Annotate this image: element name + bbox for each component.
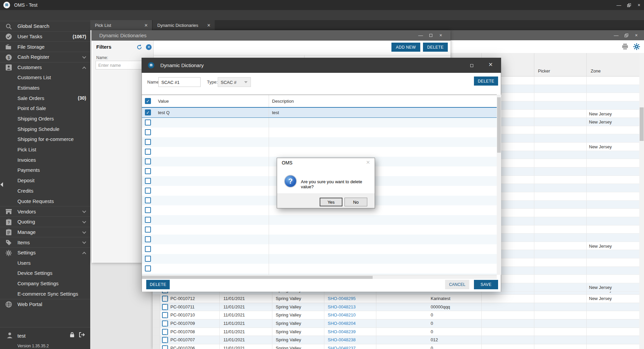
sidebar-item[interactable]: Pick List <box>0 144 90 155</box>
empty-row[interactable] <box>142 215 497 225</box>
sidebar-item[interactable]: Device Settings <box>0 268 90 279</box>
tab-dynamic-dictionaries[interactable]: Dynamic Dictionaries ✕ <box>153 20 215 30</box>
row-checkbox[interactable] <box>162 320 168 327</box>
window-minimize-button[interactable]: — <box>416 30 426 40</box>
scrollbar-thumb[interactable] <box>497 97 501 153</box>
sidebar-item[interactable]: Users <box>0 258 90 268</box>
window-restore-button[interactable] <box>621 30 631 40</box>
horizontal-scrollbar[interactable] <box>142 275 497 279</box>
yes-button[interactable]: Yes <box>320 198 342 206</box>
cancel-button[interactable]: CANCEL <box>445 280 469 289</box>
window-maximize-button[interactable] <box>426 30 436 40</box>
sidebar-item[interactable]: Global Search <box>0 21 90 31</box>
row-checkbox[interactable] <box>145 265 151 271</box>
print-icon[interactable] <box>622 43 629 51</box>
window-minimize-button[interactable]: — <box>611 30 621 40</box>
empty-row[interactable] <box>142 128 497 137</box>
row-checkbox[interactable] <box>145 139 151 145</box>
empty-row[interactable] <box>142 147 497 157</box>
sidebar-item[interactable]: Invoices <box>0 155 90 165</box>
add-new-button[interactable]: ADD NEW <box>391 43 420 52</box>
empty-row[interactable] <box>142 225 497 235</box>
tab-close-icon[interactable]: ✕ <box>144 23 148 28</box>
column-header-picker[interactable]: Picker <box>538 68 550 73</box>
sidebar-item[interactable]: Company Settings <box>0 278 90 289</box>
scrollbar-thumb[interactable] <box>640 107 644 141</box>
name-input[interactable]: SCAC #1 <box>158 77 201 87</box>
delete-button[interactable]: DELETE <box>423 43 448 52</box>
table-row[interactable]: PC-0010710 11/01/2021 Spring Valley SHO-… <box>153 311 639 319</box>
row-checkbox[interactable] <box>162 304 168 310</box>
empty-row[interactable] <box>142 254 497 264</box>
table-row[interactable]: PC-0010712 11/01/2021 Spring Valley SHO-… <box>153 295 639 303</box>
empty-row[interactable] <box>142 137 497 147</box>
sho-link[interactable]: SHO-0048204 <box>328 321 356 326</box>
sidebar-item[interactable]: Shipping Schedule <box>0 124 90 134</box>
dialog-close-button[interactable]: ✕ <box>488 61 493 68</box>
refresh-icon[interactable] <box>137 44 142 51</box>
sidebar-item[interactable]: Payments <box>0 165 90 176</box>
sidebar-item[interactable]: Point of Sale <box>0 103 90 114</box>
empty-row[interactable] <box>142 235 497 244</box>
sidebar-item[interactable]: $ Cash Register <box>0 52 90 62</box>
sidebar-item[interactable]: Customers <box>0 62 90 72</box>
sho-link[interactable]: SHO-0048238 <box>328 337 356 342</box>
dialog-delete-button[interactable]: DELETE <box>474 77 498 86</box>
row-checkbox[interactable] <box>162 345 168 349</box>
row-checkbox[interactable] <box>145 227 151 233</box>
row-checkbox[interactable] <box>145 109 151 115</box>
row-checkbox[interactable] <box>145 197 151 203</box>
no-button[interactable]: No <box>344 198 367 206</box>
sidebar-item[interactable]: Quote Requests <box>0 196 90 206</box>
sidebar-item[interactable]: Vendors <box>0 206 90 216</box>
column-header-value[interactable]: Value <box>158 99 169 104</box>
row-checkbox[interactable] <box>162 296 168 302</box>
sidebar-item[interactable]: Shipping Orders <box>0 113 90 124</box>
table-row[interactable]: PC-0010711 11/01/2021 Spring Valley SHO-… <box>153 303 639 311</box>
row-checkbox[interactable] <box>145 129 151 135</box>
sidebar-item[interactable]: Deposit <box>0 175 90 186</box>
tab-close-icon[interactable]: ✕ <box>207 23 211 28</box>
sidebar-item[interactable]: User Tasks (1067) <box>0 31 90 42</box>
column-header-description[interactable]: Description <box>272 99 294 104</box>
sho-link[interactable]: SHO-0048295 <box>328 296 356 301</box>
row-checkbox[interactable] <box>162 312 168 318</box>
row-checkbox[interactable] <box>145 158 151 164</box>
app-minimize-button[interactable]: — <box>614 0 624 10</box>
window-close-button[interactable]: × <box>631 30 641 40</box>
save-button[interactable]: SAVE <box>474 280 498 289</box>
app-restore-button[interactable] <box>624 0 634 10</box>
row-checkbox[interactable] <box>145 246 151 252</box>
sidebar-item[interactable]: E-commerce Sync Settings <box>0 289 90 299</box>
sho-link[interactable]: SHO-0048213 <box>328 304 356 309</box>
type-dropdown[interactable]: SCAC # <box>218 77 251 87</box>
empty-row[interactable] <box>142 264 497 273</box>
clear-filter-icon[interactable]: ✕ <box>146 44 152 50</box>
sidebar-item[interactable]: Manage <box>0 227 90 237</box>
sidebar-collapse-arrow[interactable] <box>0 182 3 187</box>
row-checkbox[interactable] <box>145 188 151 194</box>
sidebar-item[interactable]: Credits <box>0 186 90 196</box>
window-close-button[interactable]: × <box>436 30 446 40</box>
sidebar-item[interactable]: ? Quoting <box>0 216 90 227</box>
table-row[interactable]: PC-0010709 11/01/2021 Spring Valley SHO-… <box>153 319 639 328</box>
sidebar-item[interactable]: Estimates <box>0 83 90 93</box>
row-checkbox[interactable] <box>145 178 151 184</box>
row-checkbox[interactable] <box>145 217 151 223</box>
settings-gear-icon[interactable] <box>633 43 640 52</box>
sidebar-item[interactable]: Customers List <box>0 72 90 83</box>
row-checkbox[interactable] <box>145 119 151 126</box>
app-close-button[interactable]: × <box>634 0 644 10</box>
table-row[interactable]: 11/01/2021 Spring Valley New Jersey <box>153 292 639 295</box>
scrollbar-thumb[interactable] <box>142 276 373 279</box>
row-checkbox[interactable] <box>145 256 151 262</box>
sho-link[interactable]: SHO-0048210 <box>328 312 356 317</box>
empty-row[interactable] <box>142 244 497 254</box>
table-row[interactable]: PC-0010706 11/01/2021 Spring Valley SHO-… <box>153 344 639 349</box>
sidebar-item[interactable]: Sale Orders (30) <box>0 93 90 103</box>
vertical-scrollbar[interactable] <box>497 95 501 275</box>
empty-row[interactable] <box>142 118 497 128</box>
vertical-scrollbar[interactable] <box>639 53 644 349</box>
row-checkbox[interactable] <box>145 168 151 174</box>
lock-icon[interactable] <box>69 332 75 339</box>
